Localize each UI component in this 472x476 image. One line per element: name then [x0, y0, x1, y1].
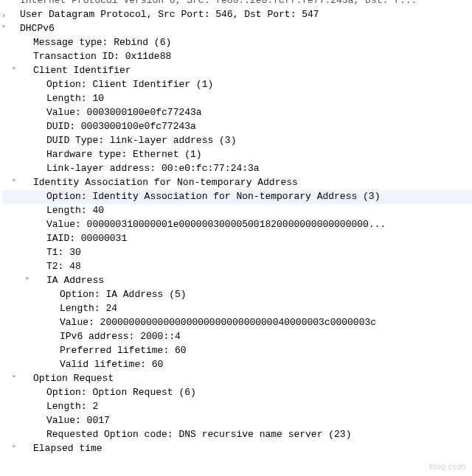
- tree-row[interactable]: Length: 40: [2, 204, 472, 218]
- tree-row[interactable]: Value: 000000310000001e00000030000500182…: [2, 218, 472, 232]
- internet-proto-label: Internet Protocol Version 6, Src: fe80::…: [20, 0, 417, 8]
- tree-row[interactable]: Value: 0017: [2, 414, 472, 428]
- tree-row[interactable]: Link-layer address: 00:e0:fc:77:24:3a: [2, 162, 472, 176]
- tree-row[interactable]: Option: IA Address (5): [2, 288, 472, 302]
- ia-na-length: Length: 40: [46, 204, 104, 218]
- ia-addr-option: Option: IA Address (5): [60, 288, 187, 302]
- client-id-duid: DUID: 0003000100e0fc77243a: [46, 120, 196, 134]
- tree-row[interactable]: Valid lifetime: 60: [2, 358, 472, 372]
- chevron-right-icon[interactable]: ›: [0, 10, 8, 21]
- tree-row[interactable]: Option: Option Request (6): [2, 386, 472, 400]
- client-id-label: Client Identifier: [33, 64, 131, 78]
- ia-na-option: Option: Identity Association for Non-tem…: [46, 190, 380, 204]
- opt-req-label: Option Request: [33, 372, 114, 386]
- tree-row[interactable]: Value: 200000000000000000000000000000040…: [2, 316, 472, 330]
- ia-na-label: Identity Association for Non-temporary A…: [33, 176, 298, 190]
- tree-row[interactable]: Value: 0003000100e0fc77243a: [2, 106, 472, 120]
- udp-label: User Datagram Protocol, Src Port: 546, D…: [20, 8, 319, 22]
- tree-row[interactable]: ˅ Client Identifier: [2, 64, 472, 78]
- tree-row[interactable]: ˅ IA Address: [2, 274, 472, 288]
- tree-row-selected[interactable]: Option: Identity Association for Non-tem…: [2, 190, 472, 204]
- ia-na-value: Value: 000000310000001e00000030000500182…: [46, 218, 386, 232]
- tree-row[interactable]: T2: 48: [2, 260, 472, 274]
- dhcpv6-label: DHCPv6: [20, 22, 55, 36]
- opt-req-value: Value: 0017: [46, 414, 110, 428]
- chevron-down-icon[interactable]: ˅: [10, 444, 18, 455]
- tree-row[interactable]: DUID: 0003000100e0fc77243a: [2, 120, 472, 134]
- ia-addr-ipv6: IPv6 address: 2000::4: [60, 330, 181, 344]
- tree-row[interactable]: T1: 30: [2, 246, 472, 260]
- tree-row[interactable]: ˅ Elapsed time: [2, 442, 472, 456]
- client-id-hw-type: Hardware type: Ethernet (1): [46, 148, 202, 162]
- tree-row[interactable]: ˅ DHCPv6: [2, 22, 472, 36]
- client-id-option: Option: Client Identifier (1): [46, 78, 213, 92]
- tree-row[interactable]: Preferred lifetime: 60: [2, 344, 472, 358]
- ia-addr-pref: Preferred lifetime: 60: [60, 344, 187, 358]
- tree-row[interactable]: Option: Client Identifier (1): [2, 78, 472, 92]
- ia-na-t2: T2: 48: [46, 260, 81, 274]
- packet-tree: Internet Protocol Version 6, Src: fe80::…: [0, 0, 472, 456]
- opt-req-option: Option: Option Request (6): [46, 386, 196, 400]
- ia-addr-valid: Valid lifetime: 60: [60, 358, 163, 372]
- ia-addr-value: Value: 200000000000000000000000000000040…: [60, 316, 376, 330]
- chevron-down-icon[interactable]: ˅: [10, 178, 18, 189]
- tree-row[interactable]: Transaction ID: 0x11de88: [2, 50, 472, 64]
- ia-addr-length: Length: 24: [60, 302, 117, 316]
- opt-req-code: Requested Option code: DNS recursive nam…: [46, 428, 351, 442]
- ia-na-iaid: IAID: 00000031: [46, 232, 127, 246]
- watermark: blog.csdn: [429, 461, 466, 473]
- client-id-value: Value: 0003000100e0fc77243a: [46, 106, 202, 120]
- tree-row[interactable]: Length: 10: [2, 92, 472, 106]
- transaction-id: Transaction ID: 0x11de88: [33, 50, 171, 64]
- chevron-down-icon[interactable]: ˅: [10, 374, 18, 385]
- tree-row[interactable]: ˅ Identity Association for Non-temporary…: [2, 176, 472, 190]
- chevron-down-icon[interactable]: ˅: [23, 276, 32, 287]
- tree-row[interactable]: IAID: 00000031: [2, 232, 472, 246]
- tree-row[interactable]: Requested Option code: DNS recursive nam…: [2, 428, 472, 442]
- chevron-down-icon[interactable]: ˅: [10, 66, 18, 77]
- ia-addr-label: IA Address: [46, 274, 104, 288]
- tree-row[interactable]: › User Datagram Protocol, Src Port: 546,…: [2, 8, 472, 22]
- tree-row[interactable]: DUID Type: link-layer address (3): [2, 134, 472, 148]
- elapsed-label: Elapsed time: [33, 442, 103, 456]
- tree-row[interactable]: Hardware type: Ethernet (1): [2, 148, 472, 162]
- client-id-duid-type: DUID Type: link-layer address (3): [46, 134, 236, 148]
- client-id-length: Length: 10: [46, 92, 104, 106]
- tree-row[interactable]: IPv6 address: 2000::4: [2, 330, 472, 344]
- tree-row[interactable]: Length: 2: [2, 400, 472, 414]
- ia-na-t1: T1: 30: [46, 246, 81, 260]
- tree-row[interactable]: ˅ Option Request: [2, 372, 472, 386]
- opt-req-length: Length: 2: [46, 400, 98, 414]
- tree-row[interactable]: Internet Protocol Version 6, Src: fe80::…: [2, 0, 472, 8]
- tree-row[interactable]: Message type: Rebind (6): [2, 36, 472, 50]
- tree-row[interactable]: Length: 24: [2, 302, 472, 316]
- client-id-ll-addr: Link-layer address: 00:e0:fc:77:24:3a: [46, 162, 260, 176]
- message-type: Message type: Rebind (6): [33, 36, 171, 50]
- chevron-down-icon[interactable]: ˅: [0, 24, 8, 35]
